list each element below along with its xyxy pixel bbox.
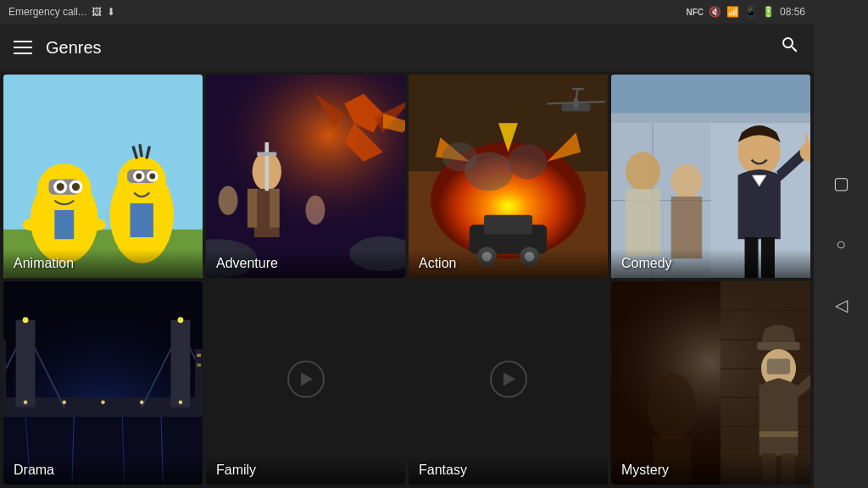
back-button[interactable]: ◁ — [827, 291, 854, 319]
genre-card-animation[interactable]: Animation — [3, 75, 203, 278]
genre-label: Mystery — [611, 456, 810, 485]
adventure-image — [206, 75, 405, 278]
svg-rect-112 — [760, 431, 798, 437]
genre-card-fantasy[interactable]: Fantasy — [409, 281, 608, 485]
svg-point-84 — [179, 401, 183, 405]
placeholder-icon — [490, 361, 527, 398]
genre-label: Family — [206, 456, 405, 485]
svg-rect-30 — [257, 152, 276, 156]
svg-point-83 — [140, 401, 144, 405]
svg-point-32 — [306, 196, 326, 225]
genre-card-drama[interactable]: Drama — [3, 281, 203, 485]
svg-rect-107 — [757, 342, 799, 350]
svg-point-18 — [149, 174, 155, 180]
back-icon: ◁ — [835, 295, 848, 315]
search-button[interactable] — [780, 35, 800, 60]
svg-rect-9 — [54, 210, 74, 239]
svg-point-79 — [178, 317, 184, 323]
svg-point-10 — [23, 219, 38, 230]
clock: 08:56 — [780, 6, 805, 18]
svg-line-60 — [806, 135, 808, 144]
svg-rect-39 — [484, 215, 532, 235]
main-content: Genres — [0, 24, 814, 488]
svg-point-78 — [23, 317, 29, 323]
emergency-call-text: Emergency call... — [8, 6, 86, 18]
svg-line-20 — [140, 144, 142, 157]
sim-icon: 📱 — [744, 6, 757, 18]
hamburger-line — [14, 47, 32, 48]
circle-icon: ○ — [836, 235, 846, 254]
comedy-image — [611, 75, 810, 278]
side-nav: ▢ ○ ◁ — [814, 0, 868, 488]
mute-icon: 🔇 — [709, 6, 721, 18]
svg-rect-27 — [248, 189, 257, 228]
svg-rect-109 — [767, 358, 790, 374]
status-bar: Emergency call... 🖼 ⬇ NFC 🔇 📶 📱 🔋 08:56 — [0, 0, 814, 24]
genre-label: Adventure — [206, 249, 405, 278]
svg-point-7 — [57, 183, 64, 191]
action-image — [409, 75, 608, 278]
svg-rect-76 — [16, 320, 36, 408]
card-bg — [3, 281, 203, 485]
card-bg — [3, 75, 203, 278]
svg-rect-54 — [611, 114, 810, 123]
status-bar-right: NFC 🔇 📶 📱 🔋 08:56 — [686, 6, 805, 18]
hamburger-line — [14, 53, 32, 54]
svg-point-11 — [91, 219, 106, 230]
svg-point-80 — [24, 401, 28, 405]
svg-point-63 — [626, 152, 660, 191]
nfc-icon: NFC — [686, 8, 704, 17]
square-button[interactable]: ▢ — [827, 169, 854, 197]
svg-rect-90 — [3, 358, 6, 399]
card-bg — [206, 75, 405, 278]
svg-point-51 — [442, 142, 477, 171]
battery-icon: 🔋 — [762, 6, 775, 18]
svg-rect-97 — [197, 363, 201, 366]
card-bg — [611, 281, 810, 485]
svg-point-31 — [219, 186, 238, 214]
genre-card-comedy[interactable]: Comedy — [611, 75, 810, 278]
image-icon: 🖼 — [92, 6, 102, 18]
download-icon: ⬇ — [107, 6, 115, 18]
svg-point-81 — [63, 401, 67, 405]
svg-point-17 — [136, 174, 142, 180]
card-bg — [409, 75, 608, 278]
genre-label: Comedy — [611, 249, 810, 278]
circle-button[interactable]: ○ — [827, 230, 854, 258]
svg-rect-19 — [131, 203, 153, 237]
top-bar: Genres — [0, 24, 814, 71]
square-icon: ▢ — [833, 173, 849, 193]
svg-point-65 — [671, 164, 703, 198]
genre-label: Action — [409, 249, 608, 278]
animation-image — [3, 75, 203, 278]
genre-grid: Animation — [0, 71, 814, 488]
svg-rect-77 — [171, 320, 191, 408]
status-bar-left: Emergency call... 🖼 ⬇ — [8, 6, 115, 18]
svg-point-50 — [509, 144, 548, 179]
genre-card-adventure[interactable]: Adventure — [206, 75, 405, 278]
svg-rect-28 — [270, 189, 279, 228]
placeholder-icon — [287, 361, 325, 398]
hamburger-line — [14, 41, 32, 42]
wifi-icon: 📶 — [726, 6, 739, 18]
svg-rect-64 — [626, 189, 660, 257]
genre-card-action[interactable]: Action — [409, 75, 608, 278]
drama-image — [3, 281, 203, 485]
genre-label: Drama — [3, 456, 203, 485]
svg-point-82 — [101, 401, 105, 405]
page-title: Genres — [46, 38, 766, 58]
search-icon — [780, 35, 800, 55]
svg-rect-95 — [197, 354, 201, 357]
svg-rect-92 — [3, 340, 6, 361]
card-bg — [611, 75, 810, 278]
hamburger-menu[interactable] — [14, 41, 32, 54]
genre-card-mystery[interactable]: Mystery — [611, 281, 810, 485]
svg-point-8 — [72, 183, 80, 191]
mystery-image — [611, 281, 810, 485]
genre-label: Animation — [3, 249, 203, 278]
svg-point-115 — [648, 374, 696, 441]
svg-rect-29 — [265, 142, 270, 191]
genre-card-family[interactable]: Family — [206, 281, 405, 485]
genre-label: Fantasy — [409, 456, 608, 485]
